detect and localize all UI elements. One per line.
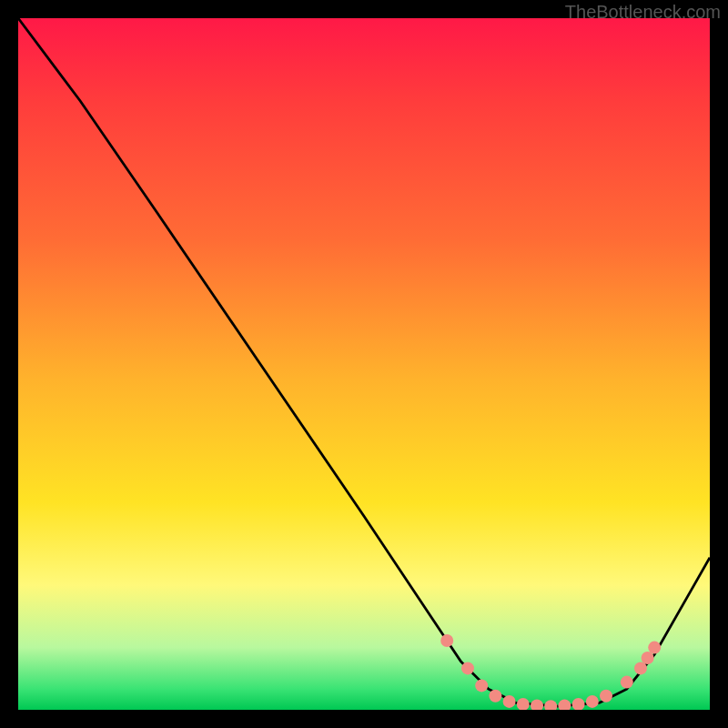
marker-dot (461, 662, 474, 674)
marker-dot (475, 679, 488, 692)
marker-dot (544, 700, 557, 710)
watermark-text: TheBottleneck.com (565, 2, 721, 23)
optimal-range-dots (440, 634, 661, 710)
marker-dot (621, 676, 633, 689)
marker-dot (634, 662, 647, 674)
marker-dot (642, 652, 654, 664)
marker-dot (572, 698, 585, 710)
marker-dot (503, 695, 516, 708)
marker-dot (489, 690, 501, 703)
plot-area (18, 18, 710, 710)
marker-dot (440, 634, 453, 647)
chart-overlay (18, 18, 710, 710)
marker-dot (517, 698, 530, 710)
marker-dot (648, 642, 661, 654)
marker-dot (531, 699, 543, 710)
chart-frame: TheBottleneck.com (0, 0, 728, 728)
bottleneck-curve (18, 18, 710, 706)
marker-dot (586, 695, 599, 708)
marker-dot (600, 690, 612, 703)
marker-dot (558, 699, 571, 710)
